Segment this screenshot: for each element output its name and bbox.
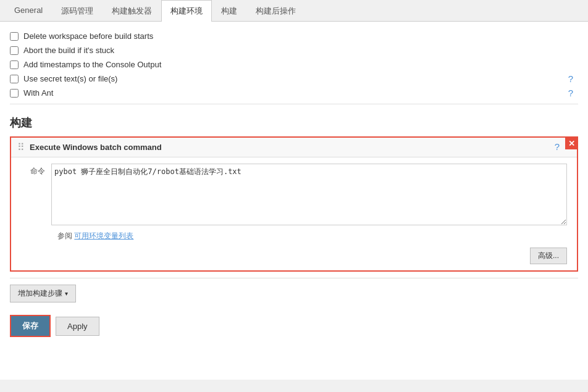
checkbox-with-ant-label: With Ant	[23, 88, 53, 98]
help-icon-with-ant[interactable]: ?	[568, 88, 573, 98]
tab-build-env[interactable]: 构建环境	[161, 0, 212, 22]
tab-general[interactable]: General	[5, 0, 52, 22]
checkbox-secret-input[interactable]	[10, 75, 19, 83]
drag-handle-icon[interactable]: ⠿	[17, 141, 25, 153]
build-block-close-button[interactable]: ✕	[565, 137, 578, 149]
checkbox-abort-stuck-input[interactable]	[10, 46, 19, 55]
command-label: 命令	[17, 164, 51, 177]
section-heading-build: 构建	[10, 115, 578, 130]
build-block-header: ⠿ Execute Windows batch command ?	[11, 138, 577, 157]
checkbox-timestamps-label: Add timestamps to the Console Output	[23, 60, 161, 69]
command-row: 命令	[17, 164, 567, 227]
checkbox-delete-workspace-input[interactable]	[10, 32, 19, 41]
tab-triggers[interactable]: 构建触发器	[103, 0, 161, 22]
ref-text: 参阅	[57, 231, 72, 240]
checkbox-timestamps: Add timestamps to the Console Output	[10, 57, 578, 72]
advanced-button[interactable]: 高级...	[530, 248, 567, 264]
help-icon-secret[interactable]: ?	[568, 73, 573, 84]
add-step-arrow-icon: ▾	[65, 290, 68, 297]
command-field	[51, 164, 567, 227]
advanced-row: 高级...	[17, 248, 567, 264]
build-block-body: 命令 参阅 可用环境变量列表 高级...	[11, 157, 577, 270]
content-area: Delete workspace before build starts Abo…	[0, 22, 588, 380]
checkbox-secret-label: Use secret text(s) or file(s)	[23, 74, 117, 83]
ref-link-row: 参阅 可用环境变量列表	[57, 231, 567, 241]
build-block: ✕ ⠿ Execute Windows batch command ? 命令 参…	[10, 136, 578, 272]
checkbox-delete-workspace-label: Delete workspace before build starts	[23, 31, 153, 41]
checkbox-abort-stuck-label: Abort the build if it's stuck	[23, 46, 114, 55]
tab-post-build[interactable]: 构建后操作	[246, 0, 305, 22]
checkbox-with-ant: With Ant ?	[10, 86, 578, 100]
command-textarea[interactable]	[51, 164, 567, 225]
checkbox-delete-workspace: Delete workspace before build starts	[10, 29, 578, 43]
add-step-button[interactable]: 增加构建步骤 ▾	[10, 285, 76, 302]
tab-bar: General 源码管理 构建触发器 构建环境 构建 构建后操作	[0, 0, 588, 22]
section-divider	[10, 104, 578, 104]
help-icon-build-block[interactable]: ?	[555, 141, 560, 152]
checkbox-secret: Use secret text(s) or file(s) ?	[10, 72, 578, 86]
bottom-bar: 保存 Apply	[10, 311, 578, 341]
add-step-label: 增加构建步骤	[18, 288, 62, 299]
checkbox-with-ant-input[interactable]	[10, 89, 19, 98]
tab-source[interactable]: 源码管理	[52, 0, 103, 22]
checkbox-abort-stuck: Abort the build if it's stuck	[10, 43, 578, 57]
ref-link[interactable]: 可用环境变量列表	[74, 231, 133, 240]
tab-build[interactable]: 构建	[212, 0, 246, 22]
save-button[interactable]: 保存	[10, 315, 51, 337]
build-block-title: Execute Windows batch command	[30, 143, 162, 152]
apply-button[interactable]: Apply	[56, 317, 99, 336]
add-step-row: 增加构建步骤 ▾	[10, 278, 578, 302]
checkbox-timestamps-input[interactable]	[10, 60, 19, 69]
